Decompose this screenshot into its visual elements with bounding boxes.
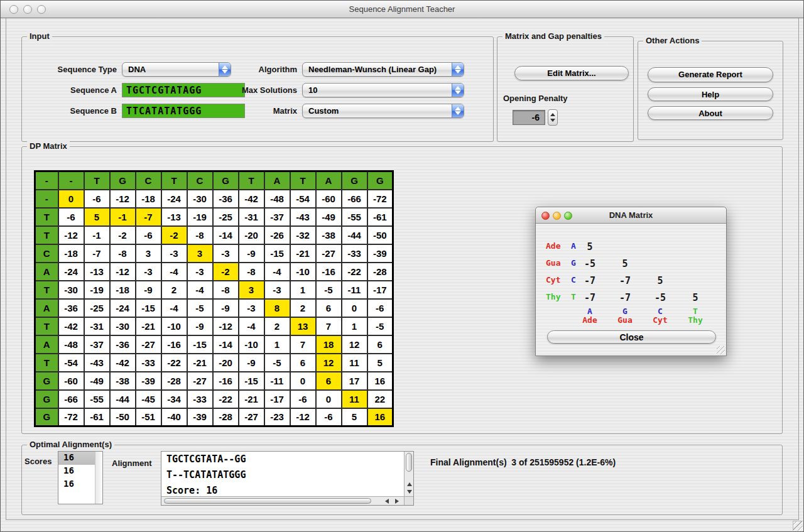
dp-row-header: T: [35, 354, 58, 372]
dp-cell: -33: [342, 244, 367, 263]
sequence-b-label: Sequence B: [21, 106, 117, 116]
algorithm-dropdown[interactable]: Needleman-Wunsch (Linear Gap): [302, 62, 464, 77]
edit-matrix-button[interactable]: Edit Matrix...: [514, 66, 629, 80]
dp-cell: -26: [264, 226, 290, 244]
dp-cell: -4: [161, 299, 187, 317]
dp-cell: 7: [290, 335, 316, 354]
dp-cell: -36: [213, 190, 239, 208]
matrix-dropdown[interactable]: Custom: [302, 104, 464, 118]
help-button[interactable]: Help: [648, 87, 773, 101]
dp-cell: 8: [264, 299, 290, 317]
dp-cell: -16: [213, 372, 239, 390]
vertical-scrollbar[interactable]: [404, 452, 413, 496]
dp-cell: -6: [316, 408, 342, 426]
resize-grip-icon[interactable]: [717, 346, 725, 354]
dp-cell: 3: [187, 244, 213, 263]
dp-cell: -32: [290, 226, 316, 244]
dp-cell: -2: [213, 263, 239, 281]
dp-cell: 1: [342, 317, 367, 335]
dp-cell: 13: [290, 317, 316, 335]
dp-cell: -19: [187, 208, 213, 226]
dp-cell: -4: [264, 263, 290, 281]
vertical-scrollbar-thumb[interactable]: [406, 453, 412, 472]
dp-cell: -3: [213, 244, 239, 263]
close-button[interactable]: Close: [547, 330, 716, 344]
dp-cell: 17: [342, 372, 367, 390]
dp-cell: -6: [58, 208, 84, 226]
dna-matrix-value: -7: [607, 275, 643, 286]
matrix-value: Custom: [303, 104, 452, 117]
scores-listbox[interactable]: 161616: [58, 451, 103, 504]
dp-row-header: A: [35, 263, 58, 281]
dna-footer-name: Thy: [678, 315, 713, 325]
dp-cell: 0: [342, 299, 367, 317]
dp-cell: -19: [84, 281, 110, 299]
dp-matrix-table: --TGCTCGTATAGG-0-6-12-18-24-30-36-42-48-…: [34, 170, 394, 427]
about-button[interactable]: About: [648, 106, 773, 120]
generate-report-button[interactable]: Generate Report: [648, 67, 773, 82]
dp-cell: -28: [213, 408, 239, 426]
dna-base-name: Gua: [546, 258, 570, 268]
dp-cell: -31: [239, 208, 264, 226]
dna-matrix-value: -7: [607, 292, 643, 303]
scroll-up-icon[interactable]: [407, 482, 412, 486]
dp-cell: -16: [316, 263, 342, 281]
dp-cell: -5: [367, 317, 393, 335]
window-resize-grip-icon[interactable]: [793, 521, 803, 531]
title-bar[interactable]: Sequence Alignment Teacher: [1, 1, 803, 18]
alignment-textarea[interactable]: TGCTCGTATA--GGT--TCATATATGGGScore: 16: [161, 451, 414, 506]
dp-cell: 0: [58, 190, 84, 208]
dp-cell: -5: [264, 354, 290, 372]
dp-cell: -27: [239, 408, 264, 426]
dp-row-header: T: [35, 317, 58, 335]
dropdown-stepper-icon: [452, 104, 464, 117]
dp-row-header: T: [35, 208, 58, 226]
dp-cell: -30: [110, 317, 136, 335]
dna-footer-letter: A: [572, 307, 607, 316]
penalties-group-label: Matrix and Gap penalties: [503, 31, 604, 41]
stepper-up-icon[interactable]: [550, 113, 555, 116]
scores-scrollbar[interactable]: [95, 452, 102, 504]
dp-cell: -24: [110, 299, 136, 317]
dp-cell: -11: [342, 281, 367, 299]
dp-col-header: C: [136, 171, 161, 190]
dp-cell: 1: [264, 335, 290, 354]
dp-cell: -12: [213, 317, 239, 335]
dp-cell: -9: [213, 299, 239, 317]
dp-cell: -37: [84, 335, 110, 354]
scroll-left-icon[interactable]: [385, 499, 389, 504]
dp-cell: -39: [136, 372, 161, 390]
opening-penalty-stepper[interactable]: [548, 109, 558, 126]
dp-cell: -61: [367, 208, 393, 226]
scroll-right-icon[interactable]: [395, 499, 399, 504]
dp-cell: -61: [84, 408, 110, 426]
app-window: Sequence Alignment Teacher Input Sequenc…: [0, 0, 804, 532]
dp-cell: -66: [342, 190, 367, 208]
dp-cell: -8: [239, 263, 264, 281]
stepper-down-icon[interactable]: [550, 119, 555, 122]
horizontal-scrollbar-thumb[interactable]: [164, 498, 371, 504]
dna-footer-name: Cyt: [643, 315, 678, 325]
dp-cell: -15: [264, 244, 290, 263]
dp-cell: -7: [136, 208, 161, 226]
dp-cell: -18: [136, 190, 161, 208]
dp-cell: 0: [316, 390, 342, 408]
window-title: Sequence Alignment Teacher: [1, 1, 803, 18]
dp-row-header: T: [35, 226, 58, 244]
dp-cell: -21: [290, 244, 316, 263]
horizontal-scrollbar[interactable]: [161, 496, 404, 505]
scroll-down-icon[interactable]: [407, 490, 412, 494]
dp-cell: -20: [239, 226, 264, 244]
opening-penalty-field[interactable]: -6: [513, 110, 545, 125]
dp-col-header: T: [239, 171, 264, 190]
dp-row-header: A: [35, 299, 58, 317]
max-solutions-dropdown[interactable]: 10: [302, 83, 464, 97]
dp-col-header: C: [187, 171, 213, 190]
dna-matrix-value: -7: [572, 275, 607, 286]
dp-cell: -6: [84, 190, 110, 208]
dna-window-title-bar[interactable]: DNA Matrix: [536, 207, 726, 224]
dp-col-header: A: [316, 171, 342, 190]
dp-cell: 2: [264, 317, 290, 335]
alignment-group-label: Optimal Alignment(s): [27, 440, 114, 449]
dp-cell: 2: [161, 281, 187, 299]
